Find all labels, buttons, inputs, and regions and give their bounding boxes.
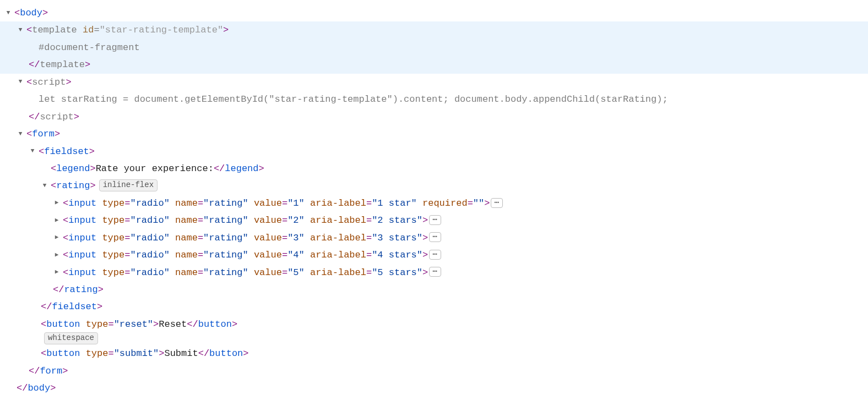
ellipsis-badge[interactable]: ⋯	[429, 215, 441, 225]
tree-row[interactable]: </form>	[0, 363, 868, 380]
attr-name: type	[102, 195, 124, 212]
tree-row[interactable]: ▶<input type="radio" name="rating" value…	[0, 229, 868, 246]
attr-name: name	[175, 212, 198, 229]
attr-value: "radio"	[130, 212, 169, 229]
tree-row[interactable]: ▶<input type="radio" name="rating" value…	[0, 212, 868, 229]
token: <	[63, 212, 68, 229]
tree-row[interactable]: ▶<input type="radio" name="rating" value…	[0, 195, 868, 212]
token	[305, 246, 310, 264]
token	[96, 212, 102, 229]
attr-value: "1"	[287, 195, 305, 212]
token: >	[422, 246, 428, 264]
token: =	[198, 264, 203, 281]
token	[248, 229, 254, 246]
disclosure-triangle-icon[interactable]: ▶	[53, 266, 61, 277]
tree-row[interactable]: <button type="submit">Submit</button>	[0, 345, 868, 362]
attr-value: "1 star"	[372, 195, 417, 212]
attr-name: type	[102, 212, 124, 229]
tree-row[interactable]: </template>	[0, 56, 868, 73]
token: >	[98, 281, 104, 298]
token: </	[198, 345, 209, 362]
disclosure-triangle-icon[interactable]: ▶	[53, 232, 61, 243]
token: <	[63, 195, 68, 212]
token: >	[159, 345, 164, 362]
tree-row[interactable]: ▼<rating>inline-flex	[0, 177, 868, 194]
tree-row[interactable]: ▶<input type="radio" name="rating" value…	[0, 246, 868, 264]
attr-value: "reset"	[114, 316, 153, 333]
tree-row[interactable]: ▼<fieldset>	[0, 143, 868, 160]
button-label: Submit	[164, 345, 198, 362]
attr-name: type	[102, 246, 124, 264]
ellipsis-badge[interactable]: ⋯	[429, 267, 441, 277]
tree-row[interactable]: ▼<template id="star-rating-template">	[0, 21, 868, 39]
attr-value: "3"	[287, 229, 305, 246]
tag-input: input	[68, 246, 96, 264]
whitespace-badge[interactable]: whitespace	[44, 332, 98, 344]
tag-body: body	[28, 380, 50, 397]
token: =	[366, 246, 372, 264]
token: <	[39, 143, 44, 160]
tree-row[interactable]: ▶<input type="radio" name="rating" value…	[0, 264, 868, 281]
attr-value: "5"	[287, 264, 305, 281]
token	[80, 316, 85, 333]
tree-row[interactable]: whitespace	[0, 333, 868, 345]
token: >	[89, 143, 95, 160]
disclosure-triangle-icon[interactable]: ▼	[17, 76, 24, 87]
ellipsis-badge[interactable]: ⋯	[491, 198, 503, 208]
token: >	[85, 56, 90, 73]
tree-row[interactable]: </script>	[0, 108, 868, 125]
token	[170, 212, 175, 229]
token: >	[97, 298, 102, 315]
token: <	[51, 160, 56, 177]
attr-name: aria-label	[310, 212, 366, 229]
ellipsis-badge[interactable]: ⋯	[429, 232, 441, 242]
tree-row[interactable]: ▼<form>	[0, 125, 868, 142]
token: >	[90, 160, 95, 177]
disclosure-triangle-icon[interactable]: ▶	[53, 197, 61, 208]
attr-value: "rating"	[203, 212, 248, 229]
tree-row[interactable]: </body>	[0, 380, 868, 397]
tag-button: button	[46, 345, 80, 362]
tag-template: template	[40, 56, 85, 73]
token	[248, 212, 254, 229]
token: >	[422, 229, 428, 246]
token: =	[124, 229, 130, 246]
tree-row[interactable]: </rating>	[0, 281, 868, 298]
token: <	[26, 21, 32, 39]
token	[248, 246, 254, 264]
disclosure-triangle-icon[interactable]: ▼	[29, 145, 36, 156]
tree-row[interactable]: ▼let starRating = document.getElementByI…	[0, 91, 868, 108]
token: </	[214, 160, 225, 177]
token: >	[42, 4, 48, 21]
disclosure-triangle-icon[interactable]: ▼	[4, 7, 12, 18]
layout-badge[interactable]: inline-flex	[99, 179, 158, 191]
token: >	[50, 380, 56, 397]
tree-row[interactable]: ▼<body>	[0, 4, 868, 21]
tree-row[interactable]: ▼<script>	[0, 74, 868, 91]
token: <	[41, 345, 46, 362]
attr-name: name	[175, 264, 198, 281]
disclosure-triangle-icon[interactable]: ▼	[41, 180, 48, 191]
disclosure-triangle-icon[interactable]: ▼	[17, 128, 24, 139]
token: =	[282, 229, 287, 246]
tag-template: template	[32, 21, 77, 39]
tree-row[interactable]: ▼#document-fragment	[0, 39, 868, 56]
tree-row[interactable]: <button type="reset">Reset</button>	[0, 316, 868, 333]
tree-row[interactable]: </fieldset>	[0, 298, 868, 315]
attr-value: ""	[473, 195, 484, 212]
token: =	[198, 212, 203, 229]
disclosure-triangle-icon[interactable]: ▶	[53, 215, 61, 226]
token	[170, 229, 175, 246]
token	[305, 212, 310, 229]
token: =	[282, 212, 287, 229]
token: <	[26, 74, 32, 91]
attr-value: "rating"	[203, 195, 248, 212]
document-fragment: #document-fragment	[39, 39, 140, 56]
token	[248, 264, 254, 281]
attr-value: "rating"	[203, 229, 248, 246]
disclosure-triangle-icon[interactable]: ▶	[53, 249, 61, 260]
tree-row[interactable]: ▼<legend>Rate your experience:</legend>	[0, 160, 868, 177]
ellipsis-badge[interactable]: ⋯	[429, 250, 441, 260]
tag-rating: rating	[64, 281, 97, 298]
disclosure-triangle-icon[interactable]: ▼	[17, 24, 24, 35]
